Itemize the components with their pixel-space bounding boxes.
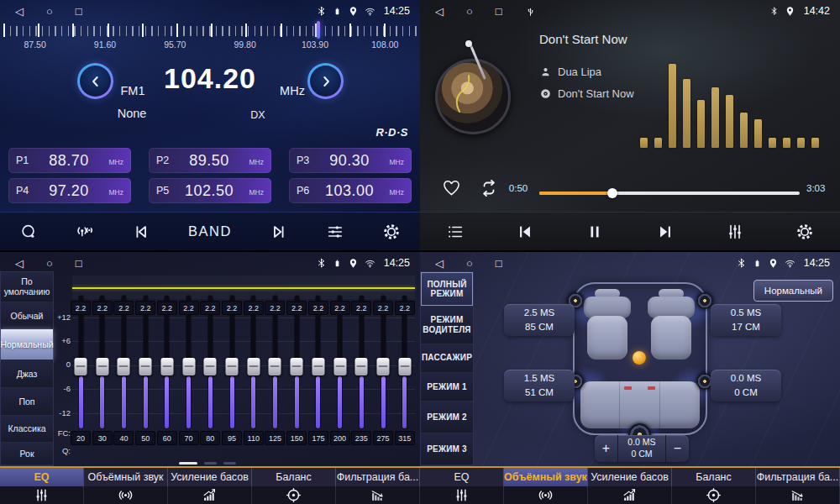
tab-surround-sound[interactable]: Объёмный звук	[84, 468, 168, 504]
slider-handle[interactable]	[96, 358, 108, 375]
listening-mode-item[interactable]: ПОЛНЫЙ РЕЖИМ	[421, 272, 473, 307]
nav-back-icon[interactable]: ◁	[435, 6, 444, 17]
listening-mode-item[interactable]: РЕЖИМ ВОДИТЕЛЯ	[421, 307, 473, 344]
tab-bass-filter[interactable]: Фильтрация ба...	[756, 468, 840, 504]
slider-handle[interactable]	[398, 358, 411, 375]
tab-bass-boost[interactable]: Усиление басов	[588, 468, 672, 504]
front-right-delay-button[interactable]: 0.5 MS17 CM	[711, 304, 781, 336]
tab-balance[interactable]: Баланс	[672, 468, 756, 504]
seek-previous-icon[interactable]	[132, 223, 150, 241]
nav-back-icon[interactable]: ◁	[15, 6, 24, 17]
preset-button-p1[interactable]: P188.70MHz	[8, 148, 131, 173]
scan-icon[interactable]	[19, 223, 38, 241]
equalizer-icon[interactable]	[326, 223, 344, 241]
slider-handle[interactable]	[333, 358, 346, 375]
slider-handle[interactable]	[160, 358, 173, 375]
slider-handle[interactable]	[247, 358, 260, 375]
slider-handle[interactable]	[182, 358, 195, 375]
increase-delay-button[interactable]: +	[595, 435, 617, 462]
eq-band-slider[interactable]: 402.2	[115, 296, 132, 445]
tune-down-button[interactable]	[77, 63, 113, 99]
rear-left-delay-button[interactable]: 1.5 MS51 CM	[504, 370, 575, 402]
tune-up-button[interactable]	[307, 63, 344, 99]
tab-bass-boost[interactable]: Усиление басов	[168, 468, 252, 504]
eq-band-slider[interactable]: 2002.2	[332, 296, 349, 445]
settings-icon[interactable]	[382, 223, 401, 241]
progress-bar[interactable]	[539, 192, 800, 195]
eq-band-slider[interactable]: 602.2	[159, 296, 176, 445]
band-button[interactable]: BAND	[188, 223, 232, 239]
favorite-icon[interactable]	[442, 178, 461, 197]
eq-preset-item[interactable]: Классика	[1, 416, 53, 444]
preset-button-p2[interactable]: P289.50MHz	[149, 148, 271, 173]
slider-handle[interactable]	[75, 358, 87, 375]
preset-button-p4[interactable]: P497.20MHz	[8, 178, 131, 203]
nav-home-icon[interactable]: ○	[466, 258, 473, 269]
front-left-delay-button[interactable]: 2.5 MS85 CM	[504, 304, 575, 336]
slider-handle[interactable]	[226, 358, 239, 375]
listening-position-marker[interactable]	[633, 351, 646, 365]
seek-next-icon[interactable]	[270, 223, 288, 241]
eq-band-slider[interactable]: 1502.2	[288, 296, 305, 445]
nav-home-icon[interactable]: ○	[46, 6, 53, 17]
equalizer-icon[interactable]	[726, 223, 744, 241]
nav-recents-icon[interactable]: □	[76, 6, 82, 17]
playlist-icon[interactable]	[446, 223, 465, 241]
nav-back-icon[interactable]: ◁	[15, 258, 24, 269]
eq-preset-item[interactable]: Нормальный	[1, 329, 53, 360]
progress-thumb[interactable]	[607, 188, 617, 198]
eq-band-slider[interactable]: 2352.2	[353, 296, 370, 445]
slider-handle[interactable]	[377, 358, 390, 375]
previous-track-icon[interactable]	[516, 223, 534, 241]
slider-handle[interactable]	[291, 358, 303, 375]
slider-handle[interactable]	[118, 358, 130, 375]
eq-band-slider[interactable]: 302.2	[94, 296, 111, 445]
settings-icon[interactable]	[795, 223, 814, 241]
page-indicator[interactable]	[179, 462, 236, 465]
repeat-icon[interactable]	[479, 178, 499, 198]
eq-band-slider[interactable]: 802.2	[202, 296, 218, 445]
tab-surround-sound[interactable]: Объёмный звук	[504, 468, 588, 504]
eq-band-slider[interactable]: 502.2	[137, 296, 154, 445]
slider-handle[interactable]	[139, 358, 152, 375]
next-track-icon[interactable]	[656, 223, 675, 241]
eq-preset-item[interactable]: Джаз	[1, 360, 53, 388]
nav-recents-icon[interactable]: □	[496, 258, 502, 269]
decrease-delay-button[interactable]: −	[666, 435, 689, 462]
listening-mode-item[interactable]: РЕЖИМ 3	[421, 433, 473, 465]
eq-band-slider[interactable]: 202.2	[72, 296, 89, 445]
tab-eq[interactable]: EQ	[420, 468, 504, 504]
nav-recents-icon[interactable]: □	[76, 258, 82, 269]
eq-preset-item[interactable]: По умолчанию	[1, 272, 53, 302]
nav-recents-icon[interactable]: □	[496, 6, 502, 17]
tab-balance[interactable]: Баланс	[252, 468, 336, 504]
slider-handle[interactable]	[312, 358, 324, 375]
slider-handle[interactable]	[355, 358, 368, 375]
listening-mode-item[interactable]: РЕЖИМ 1	[421, 373, 473, 402]
eq-preset-item[interactable]: Обычай	[1, 302, 53, 330]
slider-handle[interactable]	[204, 358, 217, 375]
preset-button-p3[interactable]: P390.30MHz	[289, 148, 412, 173]
nav-home-icon[interactable]: ○	[46, 258, 53, 269]
rear-right-delay-button[interactable]: 0.0 MS0 CM	[711, 370, 781, 402]
eq-preset-item[interactable]: Поп	[1, 388, 53, 416]
eq-band-slider[interactable]: 952.2	[223, 296, 240, 445]
preset-button-p5[interactable]: P5102.50MHz	[149, 178, 271, 203]
frequency-pointer[interactable]	[317, 21, 320, 39]
tab-eq[interactable]: EQ	[0, 468, 84, 504]
sound-preset-button[interactable]: Нормальный	[753, 280, 833, 302]
eq-band-slider[interactable]: 3152.2	[396, 296, 413, 445]
pause-icon[interactable]	[585, 223, 604, 241]
broadcast-icon[interactable]	[76, 223, 94, 241]
listening-mode-item[interactable]: РЕЖИМ 2	[421, 402, 473, 433]
eq-band-slider[interactable]: 1102.2	[245, 296, 262, 445]
eq-preset-item[interactable]: Рок	[1, 443, 53, 465]
eq-band-slider[interactable]: 1252.2	[266, 296, 283, 445]
slider-handle[interactable]	[269, 358, 281, 375]
eq-band-slider[interactable]: 2752.2	[375, 296, 391, 445]
preset-button-p6[interactable]: P6103.00MHz	[289, 178, 412, 203]
nav-home-icon[interactable]: ○	[466, 6, 473, 17]
listening-mode-item[interactable]: ПАССАЖИР	[421, 344, 473, 373]
eq-band-slider[interactable]: 1752.2	[310, 296, 327, 445]
tab-bass-filter[interactable]: Фильтрация ба...	[336, 468, 420, 504]
